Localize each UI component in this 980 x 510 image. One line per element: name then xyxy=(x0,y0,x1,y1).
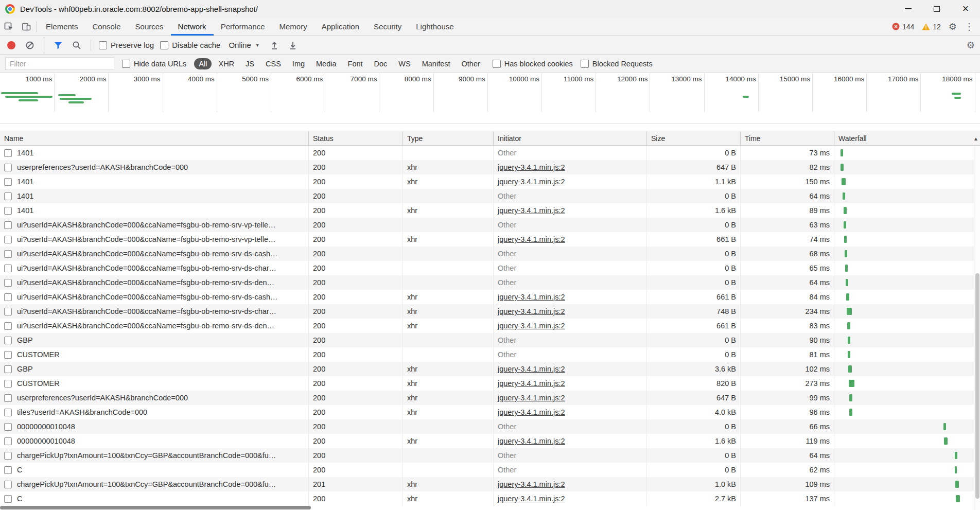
initiator-link[interactable]: jquery-3.4.1.min.js:2 xyxy=(498,293,565,301)
table-row[interactable]: ui?userId=AKASH&branchCode=000&ccaName=f… xyxy=(0,261,980,275)
table-row[interactable]: tiles?userId=AKASH&branchCode=000200xhrj… xyxy=(0,405,980,419)
column-header-initiator[interactable]: Initiator xyxy=(494,131,647,145)
search-button[interactable] xyxy=(71,39,83,51)
column-header-name[interactable]: Name xyxy=(0,131,309,145)
record-button[interactable] xyxy=(5,39,18,51)
table-row[interactable]: CUSTOMER200xhrjquery-3.4.1.min.js:2820 B… xyxy=(0,376,980,391)
table-row[interactable]: ui?userId=AKASH&branchCode=000&ccaName=f… xyxy=(0,304,980,319)
column-header-type[interactable]: Type xyxy=(403,131,494,145)
request-checkbox[interactable] xyxy=(4,192,12,200)
tab-elements[interactable]: Elements xyxy=(39,17,85,36)
column-header-status[interactable]: Status xyxy=(309,131,403,145)
table-row[interactable]: 00000000010048200Other0 B66 ms xyxy=(0,419,980,434)
request-checkbox[interactable] xyxy=(4,409,12,416)
column-header-size[interactable]: Size xyxy=(647,131,741,145)
request-checkbox[interactable] xyxy=(4,495,12,503)
table-row[interactable]: C200Other0 B62 ms xyxy=(0,463,980,477)
request-checkbox[interactable] xyxy=(4,164,12,171)
request-checkbox[interactable] xyxy=(4,365,12,373)
request-checkbox[interactable] xyxy=(4,481,12,488)
request-checkbox[interactable] xyxy=(4,149,12,157)
type-filter-manifest[interactable]: Manifest xyxy=(417,58,455,69)
tab-lighthouse[interactable]: Lighthouse xyxy=(409,17,461,36)
table-row[interactable]: userpreferences?userId=AKASH&branchCode=… xyxy=(0,160,980,174)
filter-input[interactable] xyxy=(5,57,114,70)
request-checkbox[interactable] xyxy=(4,337,12,344)
table-row[interactable]: CUSTOMER200Other0 B81 ms xyxy=(0,347,980,362)
request-checkbox[interactable] xyxy=(4,178,12,186)
horizontal-scrollbar-thumb[interactable] xyxy=(0,506,311,509)
warning-badge[interactable]: 12 xyxy=(922,23,941,31)
request-checkbox[interactable] xyxy=(4,466,12,474)
initiator-link[interactable]: jquery-3.4.1.min.js:2 xyxy=(498,495,565,503)
more-options-icon[interactable]: ⋮ xyxy=(965,22,974,31)
request-checkbox[interactable] xyxy=(4,308,12,315)
table-row[interactable]: 00000000010048200xhrjquery-3.4.1.min.js:… xyxy=(0,434,980,448)
table-row[interactable]: ui?userId=AKASH&branchCode=000&ccaName=f… xyxy=(0,290,980,304)
table-row[interactable]: ui?userId=AKASH&branchCode=000&ccaName=f… xyxy=(0,232,980,247)
type-filter-media[interactable]: Media xyxy=(311,58,341,69)
preserve-log-checkbox[interactable]: Preserve log xyxy=(99,41,154,49)
request-checkbox[interactable] xyxy=(4,207,12,215)
initiator-link[interactable]: jquery-3.4.1.min.js:2 xyxy=(498,437,565,445)
initiator-link[interactable]: jquery-3.4.1.min.js:2 xyxy=(498,322,565,330)
table-row[interactable]: GBP200Other0 B90 ms xyxy=(0,333,980,347)
sort-ascending-icon[interactable]: ▲ xyxy=(973,136,978,142)
vertical-scrollbar[interactable] xyxy=(974,146,980,510)
minimize-button[interactable] xyxy=(894,0,922,17)
request-checkbox[interactable] xyxy=(4,279,12,287)
request-checkbox[interactable] xyxy=(4,452,12,460)
request-checkbox[interactable] xyxy=(4,250,12,258)
clear-button[interactable] xyxy=(24,39,36,51)
request-checkbox[interactable] xyxy=(4,293,12,301)
initiator-link[interactable]: jquery-3.4.1.min.js:2 xyxy=(498,408,565,416)
table-row[interactable]: C200xhrjquery-3.4.1.min.js:22.7 kB137 ms xyxy=(0,491,980,506)
initiator-link[interactable]: jquery-3.4.1.min.js:2 xyxy=(498,206,565,215)
blocked-requests-checkbox[interactable]: Blocked Requests xyxy=(581,60,653,68)
request-checkbox[interactable] xyxy=(4,437,12,445)
settings-gear-icon[interactable]: ⚙ xyxy=(949,22,957,31)
tab-console[interactable]: Console xyxy=(85,17,128,36)
tab-performance[interactable]: Performance xyxy=(214,17,272,36)
inspect-element-button[interactable] xyxy=(0,17,18,36)
tab-application[interactable]: Application xyxy=(314,17,366,36)
initiator-link[interactable]: jquery-3.4.1.min.js:2 xyxy=(498,178,565,186)
throttling-select[interactable]: Online ▼ xyxy=(226,41,261,49)
type-filter-ws[interactable]: WS xyxy=(394,58,415,69)
type-filter-xhr[interactable]: XHR xyxy=(214,58,239,69)
hide-data-urls-checkbox[interactable]: Hide data URLs xyxy=(122,60,186,68)
table-row[interactable]: 1401200xhrjquery-3.4.1.min.js:21.1 kB150… xyxy=(0,174,980,189)
table-row[interactable]: GBP200xhrjquery-3.4.1.min.js:23.6 kB102 … xyxy=(0,362,980,376)
disable-cache-checkbox[interactable]: Disable cache xyxy=(160,41,220,49)
request-checkbox[interactable] xyxy=(4,394,12,402)
type-filter-css[interactable]: CSS xyxy=(261,58,286,69)
initiator-link[interactable]: jquery-3.4.1.min.js:2 xyxy=(498,480,565,488)
request-checkbox[interactable] xyxy=(4,236,12,243)
tab-network[interactable]: Network xyxy=(171,17,214,36)
error-badge[interactable]: 144 xyxy=(892,23,914,31)
column-header-time[interactable]: Time xyxy=(741,131,834,145)
request-checkbox[interactable] xyxy=(4,423,12,431)
initiator-link[interactable]: jquery-3.4.1.min.js:2 xyxy=(498,394,565,402)
initiator-link[interactable]: jquery-3.4.1.min.js:2 xyxy=(498,365,565,373)
table-row[interactable]: userpreferences?userId=AKASH&branchCode=… xyxy=(0,391,980,405)
network-settings-gear-icon[interactable]: ⚙ xyxy=(967,41,975,50)
tab-sources[interactable]: Sources xyxy=(128,17,171,36)
tab-security[interactable]: Security xyxy=(366,17,409,36)
initiator-link[interactable]: jquery-3.4.1.min.js:2 xyxy=(498,163,565,171)
table-row[interactable]: chargePickUp?txnAmount=100&txnCcy=GBP&ac… xyxy=(0,448,980,463)
type-filter-font[interactable]: Font xyxy=(343,58,367,69)
has-blocked-cookies-checkbox[interactable]: Has blocked cookies xyxy=(493,60,573,68)
tab-memory[interactable]: Memory xyxy=(272,17,314,36)
type-filter-img[interactable]: Img xyxy=(288,58,309,69)
type-filter-doc[interactable]: Doc xyxy=(370,58,392,69)
type-filter-js[interactable]: JS xyxy=(241,58,259,69)
table-row[interactable]: 1401200Other0 B64 ms xyxy=(0,189,980,203)
table-row[interactable]: 1401200xhrjquery-3.4.1.min.js:21.6 kB89 … xyxy=(0,203,980,218)
filter-toggle-button[interactable] xyxy=(52,39,64,51)
device-toolbar-button[interactable] xyxy=(18,17,35,36)
overview-pane[interactable]: 1000 ms2000 ms3000 ms4000 ms5000 ms6000 … xyxy=(0,73,980,124)
initiator-link[interactable]: jquery-3.4.1.min.js:2 xyxy=(498,307,565,315)
table-row[interactable]: ui?userId=AKASH&branchCode=000&ccaName=f… xyxy=(0,275,980,290)
table-row[interactable]: ui?userId=AKASH&branchCode=000&ccaName=f… xyxy=(0,247,980,261)
